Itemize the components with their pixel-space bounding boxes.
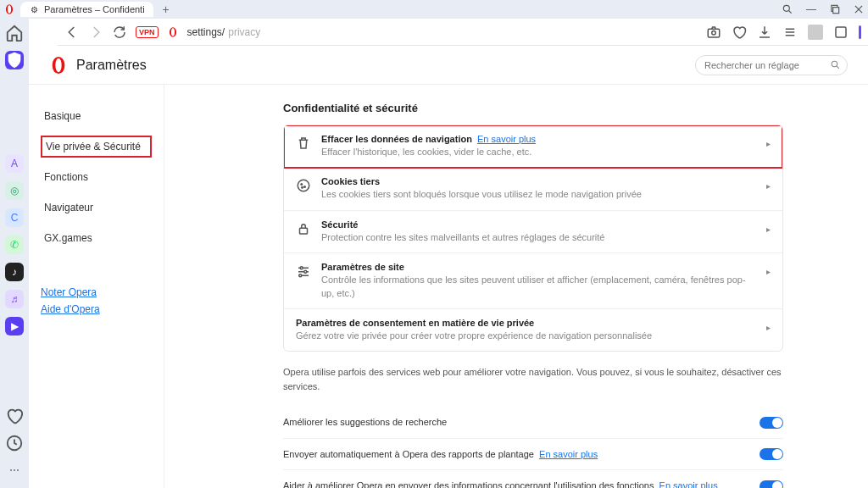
settings-sidebar: Basique Vie privée & Sécurité Fonctions …: [29, 85, 164, 488]
search-icon: [830, 59, 841, 73]
learn-more-link[interactable]: En savoir plus: [477, 134, 536, 144]
extensions-icon[interactable]: [833, 25, 849, 40]
card-security[interactable]: Sécurité Protection contre les sites mal…: [284, 211, 782, 253]
svg-point-12: [712, 30, 716, 35]
history-icon[interactable]: [5, 434, 24, 452]
section-title: Confidentialité et sécurité: [283, 102, 783, 114]
toggle-label: Envoyer automatiquement à Opera des rapp…: [283, 447, 749, 462]
card-title: Paramètres de site: [321, 262, 756, 272]
svg-point-1: [8, 5, 11, 13]
profile-avatar[interactable]: [808, 25, 823, 40]
search-icon[interactable]: [782, 3, 793, 15]
forward-button[interactable]: [88, 25, 103, 40]
app-chat-icon[interactable]: ◎: [5, 181, 24, 200]
opera-help-link[interactable]: Aide d'Opera: [41, 303, 152, 315]
toggle-crash-reports: Envoyer automatiquement à Opera des rapp…: [283, 439, 783, 471]
gear-icon: ⚙: [29, 4, 39, 14]
download-icon[interactable]: [757, 25, 772, 40]
whatsapp-icon[interactable]: ✆: [5, 236, 24, 254]
tiktok-icon[interactable]: ♪: [5, 263, 24, 281]
settings-body: Confidentialité et sécurité Effacer les …: [164, 85, 868, 488]
settings-header: Paramètres: [29, 46, 868, 85]
svg-point-21: [298, 180, 309, 192]
card-site-settings[interactable]: Paramètres de site Contrôle les informat…: [284, 253, 782, 309]
player-icon[interactable]: ▶: [5, 317, 24, 336]
svg-line-3: [789, 11, 792, 14]
services-intro-text: Opera utilise parfois des services web p…: [283, 365, 783, 393]
svg-point-31: [299, 274, 302, 277]
svg-point-29: [304, 270, 307, 273]
close-button[interactable]: [853, 3, 865, 15]
toggle-switch[interactable]: [760, 417, 783, 429]
sidebar-item-features[interactable]: Fonctions: [41, 166, 152, 188]
learn-more-link[interactable]: En savoir plus: [659, 480, 718, 488]
app-d-icon[interactable]: ♬: [5, 290, 24, 308]
settings-search[interactable]: [695, 55, 848, 75]
sidebar-item-privacy[interactable]: Vie privée & Sécurité: [41, 136, 152, 158]
card-subtitle: Protection contre les sites malveillants…: [321, 231, 756, 244]
svg-rect-5: [833, 8, 839, 14]
trash-icon: [296, 134, 311, 151]
chevron-right-icon: ▸: [766, 318, 771, 332]
browser-toolbar: VPN settings/privacy: [58, 19, 868, 46]
card-subtitle: Les cookies tiers sont bloqués lorsque v…: [321, 188, 756, 201]
reload-button[interactable]: [112, 25, 127, 40]
svg-point-19: [832, 61, 837, 67]
card-subtitle: Effacer l'historique, les cookies, vider…: [321, 146, 756, 158]
toggle-switch[interactable]: [760, 448, 783, 460]
opera-logo-icon: [49, 56, 68, 75]
card-cookies[interactable]: Cookies tiers Les cookies tiers sont blo…: [284, 168, 782, 210]
sidebar-item-gxgames[interactable]: GX.games: [41, 227, 152, 249]
card-title: Sécurité: [321, 219, 756, 230]
card-title: Effacer les données de navigation En sav…: [321, 134, 756, 144]
sidebar-item-basic[interactable]: Basique: [41, 105, 152, 127]
back-button[interactable]: [64, 25, 80, 40]
card-clear-data[interactable]: Effacer les données de navigation En sav…: [284, 125, 782, 168]
svg-point-18: [55, 58, 61, 72]
chevron-right-icon: ▸: [766, 219, 771, 234]
cookie-icon: [296, 176, 311, 193]
new-tab-button[interactable]: +: [159, 2, 174, 17]
maximize-button[interactable]: [829, 3, 841, 15]
opera-url-icon: [167, 26, 179, 38]
card-subtitle: Contrôle les informations que les sites …: [321, 274, 756, 300]
sidebar-item-browser[interactable]: Navigateur: [41, 197, 152, 219]
more-icon[interactable]: ⋯: [5, 461, 24, 480]
heart-icon[interactable]: [5, 407, 24, 425]
easy-setup-icon[interactable]: [782, 25, 798, 40]
lock-icon: [296, 219, 311, 236]
tab-title: Paramètres – Confidenti: [44, 4, 145, 14]
rate-opera-link[interactable]: Noter Opera: [41, 286, 152, 298]
svg-rect-16: [836, 27, 846, 37]
page-title: Paramètres: [76, 58, 147, 73]
svg-line-20: [837, 66, 839, 69]
card-title: Paramètres de consentement en matière de…: [296, 318, 756, 328]
chevron-right-icon: ▸: [766, 176, 771, 191]
minimize-button[interactable]: —: [805, 3, 817, 15]
toggle-label: Améliorer les suggestions de recherche: [283, 415, 749, 430]
toggle-label: Aider à améliorer Opera en envoyer des i…: [283, 479, 749, 488]
svg-point-2: [783, 5, 789, 11]
svg-rect-25: [300, 228, 308, 234]
svg-point-22: [301, 184, 303, 186]
toggle-search-suggestions: Améliorer les suggestions de recherche: [283, 407, 783, 439]
sliders-icon: [296, 262, 311, 279]
app-c-icon[interactable]: C: [5, 208, 24, 227]
card-title: Cookies tiers: [321, 176, 756, 186]
sidebar-toggle[interactable]: [859, 25, 861, 39]
heart-toolbar-icon[interactable]: [732, 25, 747, 40]
app-aria-icon[interactable]: A: [5, 154, 24, 173]
snapshot-icon[interactable]: [706, 25, 721, 40]
toggle-switch[interactable]: [760, 480, 783, 488]
learn-more-link[interactable]: En savoir plus: [539, 449, 598, 459]
vpn-badge[interactable]: VPN: [136, 26, 159, 38]
svg-rect-11: [708, 29, 720, 37]
shield-icon[interactable]: [5, 51, 24, 69]
card-consent[interactable]: Paramètres de consentement en matière de…: [284, 309, 782, 351]
address-bar[interactable]: settings/privacy: [187, 26, 261, 38]
search-input[interactable]: [695, 55, 848, 75]
chevron-right-icon: ▸: [766, 262, 771, 276]
browser-tab[interactable]: ⚙ Paramètres – Confidenti: [20, 2, 153, 17]
home-icon[interactable]: [5, 24, 24, 42]
card-subtitle: Gérez votre vie privée pour créer votre …: [296, 330, 756, 342]
